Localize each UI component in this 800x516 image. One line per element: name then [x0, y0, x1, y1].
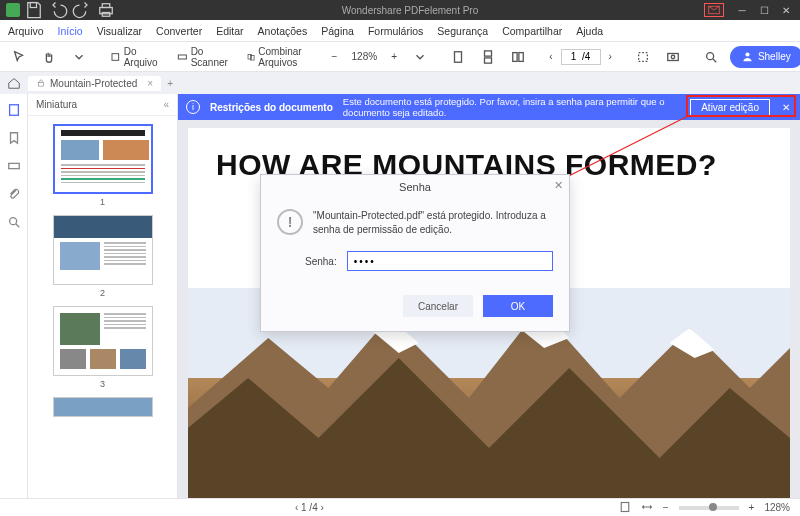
- svg-rect-14: [639, 52, 648, 61]
- panel-collapse-icon[interactable]: «: [163, 99, 169, 110]
- window-maximize-button[interactable]: ☐: [754, 2, 774, 18]
- user-icon: [742, 51, 753, 62]
- prev-page-icon[interactable]: ‹: [545, 49, 556, 64]
- document-tab[interactable]: Mountain-Protected ×: [28, 76, 161, 91]
- screenshot-icon[interactable]: [662, 48, 684, 66]
- svg-rect-19: [39, 82, 44, 86]
- thumb-number: 3: [53, 379, 153, 389]
- menu-ajuda[interactable]: Ajuda: [576, 25, 603, 37]
- menu-compartilhar[interactable]: Compartilhar: [502, 25, 562, 37]
- zoom-out-icon[interactable]: −: [328, 49, 342, 64]
- svg-rect-10: [485, 50, 492, 55]
- bookmarks-rail-icon[interactable]: [6, 130, 22, 146]
- from-scanner-button[interactable]: Do Scanner: [173, 44, 235, 70]
- left-rail: [0, 94, 28, 498]
- thumbnail-page-1[interactable]: 1: [53, 124, 153, 207]
- svg-rect-9: [455, 51, 462, 62]
- status-zoom-in-icon[interactable]: +: [749, 502, 755, 513]
- fit-options-icon[interactable]: [409, 48, 431, 66]
- restriction-close-icon[interactable]: ✕: [780, 102, 792, 113]
- restriction-message: Este documento está protegido. Por favor…: [343, 96, 680, 118]
- view-cont-icon[interactable]: [477, 48, 499, 66]
- thumbnail-page-3[interactable]: 3: [53, 306, 153, 389]
- page-field[interactable]: [561, 49, 601, 65]
- toolbar: Do Arquivo Do Scanner Combinar Arquivos …: [0, 42, 800, 72]
- svg-rect-5: [112, 53, 119, 60]
- thumb-number: 2: [53, 288, 153, 298]
- app-title: Wondershare PDFelement Pro: [116, 5, 704, 16]
- search-rail-icon[interactable]: [6, 214, 22, 230]
- thumbnails-rail-icon[interactable]: [6, 102, 22, 118]
- svg-rect-21: [8, 163, 19, 168]
- view-facing-icon[interactable]: [507, 48, 529, 66]
- svg-point-17: [707, 52, 714, 59]
- chevron-down-icon[interactable]: [68, 48, 90, 66]
- menu-anotacoes[interactable]: Anotações: [258, 25, 308, 37]
- status-zoom-value: 128%: [764, 502, 790, 513]
- zoom-slider[interactable]: [679, 506, 739, 510]
- thumbnail-page-4[interactable]: [53, 397, 153, 417]
- menu-bar: Arquivo Início Visualizar Converter Edit…: [0, 20, 800, 42]
- combine-files-button[interactable]: Combinar Arquivos: [243, 44, 311, 70]
- tab-label: Mountain-Protected: [50, 78, 137, 89]
- menu-pagina[interactable]: Página: [321, 25, 354, 37]
- info-icon: i: [186, 100, 200, 114]
- password-label: Senha:: [305, 256, 337, 267]
- menu-editar[interactable]: Editar: [216, 25, 243, 37]
- from-file-button[interactable]: Do Arquivo: [106, 44, 165, 70]
- svg-point-16: [671, 55, 675, 59]
- password-input[interactable]: [347, 251, 553, 271]
- restriction-bar: i Restrições do documento Este documento…: [178, 94, 800, 120]
- window-minimize-button[interactable]: ─: [732, 2, 752, 18]
- zoom-value[interactable]: 128%: [349, 51, 379, 62]
- warning-icon: !: [277, 209, 303, 235]
- document-tabs: Mountain-Protected × +: [0, 72, 800, 94]
- menu-seguranca[interactable]: Segurança: [437, 25, 488, 37]
- fit-page-icon[interactable]: [619, 501, 631, 515]
- home-tab-icon[interactable]: [6, 75, 22, 91]
- password-dialog: Senha ✕ ! "Mountain-Protected.pdf" está …: [260, 174, 570, 332]
- thumbnails-title: Miniatura: [36, 99, 77, 110]
- comments-rail-icon[interactable]: [6, 158, 22, 174]
- svg-rect-20: [9, 105, 18, 116]
- dialog-close-icon[interactable]: ✕: [554, 179, 563, 192]
- zoom-in-icon[interactable]: +: [387, 49, 401, 64]
- page-navigator: ‹ ›: [545, 49, 616, 65]
- menu-arquivo[interactable]: Arquivo: [8, 25, 44, 37]
- view-single-icon[interactable]: [447, 48, 469, 66]
- menu-inicio[interactable]: Início: [58, 25, 83, 37]
- window-close-button[interactable]: ✕: [776, 2, 796, 18]
- status-next-icon[interactable]: ›: [320, 502, 323, 513]
- ok-button[interactable]: OK: [483, 295, 553, 317]
- enable-editing-button[interactable]: Ativar edição: [690, 99, 770, 116]
- status-page: ‹ 1 /4 ›: [295, 502, 324, 513]
- user-name: Shelley: [758, 51, 791, 62]
- cancel-button[interactable]: Cancelar: [403, 295, 473, 317]
- app-logo-icon: [6, 3, 20, 17]
- thumbnail-page-2[interactable]: 2: [53, 215, 153, 298]
- menu-converter[interactable]: Converter: [156, 25, 202, 37]
- status-zoom-out-icon[interactable]: −: [663, 502, 669, 513]
- lock-icon: [36, 78, 46, 88]
- next-page-icon[interactable]: ›: [605, 49, 616, 64]
- attachments-rail-icon[interactable]: [6, 186, 22, 202]
- search-icon[interactable]: [700, 48, 722, 66]
- save-icon[interactable]: [24, 2, 44, 18]
- new-tab-icon[interactable]: +: [167, 78, 173, 89]
- select-tool-icon[interactable]: [8, 48, 30, 66]
- user-badge[interactable]: Shelley: [730, 46, 800, 68]
- title-bar: Wondershare PDFelement Pro ─ ☐ ✕: [0, 0, 800, 20]
- tab-close-icon[interactable]: ×: [147, 78, 153, 89]
- crop-icon[interactable]: [632, 48, 654, 66]
- fit-width-icon[interactable]: [641, 501, 653, 515]
- svg-rect-12: [513, 52, 517, 61]
- menu-formularios[interactable]: Formulários: [368, 25, 423, 37]
- redo-icon[interactable]: [72, 2, 92, 18]
- undo-icon[interactable]: [48, 2, 68, 18]
- thumb-number: 1: [53, 197, 153, 207]
- mail-icon[interactable]: [704, 3, 724, 17]
- svg-rect-25: [621, 502, 629, 511]
- print-icon[interactable]: [96, 2, 116, 18]
- menu-visualizar[interactable]: Visualizar: [97, 25, 142, 37]
- hand-tool-icon[interactable]: [38, 48, 60, 66]
